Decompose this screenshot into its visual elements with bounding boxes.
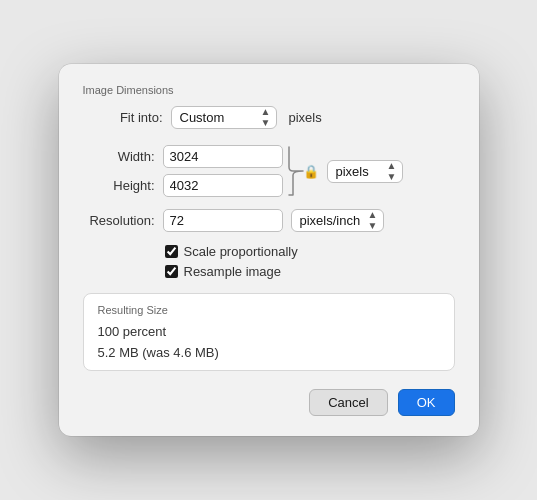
width-input[interactable] <box>163 145 283 168</box>
width-label: Width: <box>83 149 155 164</box>
ok-button[interactable]: OK <box>398 389 455 416</box>
fit-into-label: Fit into: <box>83 110 163 125</box>
wh-section: Width: Height: 🔒 p <box>83 143 455 199</box>
scale-proportionally-checkbox[interactable] <box>165 245 178 258</box>
result-percent: 100 percent <box>98 324 440 339</box>
section-title: Image Dimensions <box>83 84 455 96</box>
height-input[interactable] <box>163 174 283 197</box>
wh-unit-wrapper: pixels inches cm mm percent ▲ ▼ <box>327 160 403 183</box>
wh-unit-select[interactable]: pixels inches cm mm percent <box>327 160 403 183</box>
resolution-label: Resolution: <box>83 213 155 228</box>
fit-into-select[interactable]: Custom Original Size Letter A4 1024×768 … <box>171 106 277 129</box>
result-size: 5.2 MB (was 4.6 MB) <box>98 345 440 360</box>
fit-into-row: Fit into: Custom Original Size Letter A4… <box>83 106 455 129</box>
lock-icon[interactable]: 🔒 <box>303 164 319 179</box>
resolution-input[interactable] <box>163 209 283 232</box>
resulting-size-label: Resulting Size <box>98 304 440 316</box>
button-row: Cancel OK <box>83 389 455 416</box>
resolution-unit-wrapper: pixels/inch pixels/cm ▲ ▼ <box>291 209 384 232</box>
resample-checkbox-row: Resample image <box>165 264 455 279</box>
height-row: Height: <box>83 174 283 197</box>
bracket-lock: 🔒 <box>287 143 319 199</box>
fit-into-unit: pixels <box>289 110 322 125</box>
resample-image-checkbox[interactable] <box>165 265 178 278</box>
resolution-row: Resolution: pixels/inch pixels/cm ▲ ▼ <box>83 209 455 232</box>
fit-into-select-wrapper: Custom Original Size Letter A4 1024×768 … <box>171 106 277 129</box>
width-row: Width: <box>83 145 283 168</box>
scale-proportionally-label[interactable]: Scale proportionally <box>184 244 298 259</box>
wh-unit-select-wrapper: pixels inches cm mm percent ▲ ▼ <box>327 160 403 183</box>
resulting-size-section: Resulting Size 100 percent 5.2 MB (was 4… <box>83 293 455 371</box>
cancel-button[interactable]: Cancel <box>309 389 387 416</box>
resample-image-label[interactable]: Resample image <box>184 264 282 279</box>
scale-checkbox-row: Scale proportionally <box>165 244 455 259</box>
resolution-unit-select[interactable]: pixels/inch pixels/cm <box>291 209 384 232</box>
height-label: Height: <box>83 178 155 193</box>
wh-fields: Width: Height: <box>83 145 283 197</box>
image-dimensions-dialog: Image Dimensions Fit into: Custom Origin… <box>59 64 479 436</box>
image-dimensions-section: Image Dimensions Fit into: Custom Origin… <box>83 84 455 279</box>
